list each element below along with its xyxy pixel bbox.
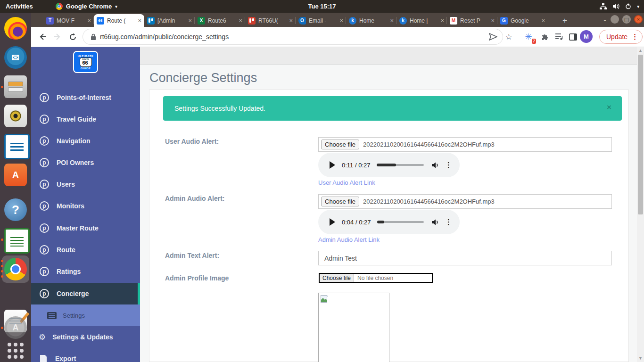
window-maximize-button[interactable]: ▢ [622, 15, 631, 24]
volume-icon[interactable] [612, 3, 619, 9]
tab-close-icon[interactable]: × [390, 17, 394, 24]
dock-rhythmbox-icon[interactable] [4, 105, 27, 127]
audio-seekbar[interactable] [377, 221, 424, 223]
activities-button[interactable]: Activities [6, 3, 33, 10]
admin-audio-file-input[interactable]: Choose file 202202110200161644566416oc2M… [318, 194, 612, 209]
admin-audio-label: Admin Audio Alert: [165, 195, 225, 202]
new-tab-button[interactable]: + [559, 15, 570, 26]
audio-seekbar[interactable] [377, 164, 424, 166]
url-text[interactable]: rt66ug.com/admin/public/concierge_settin… [100, 33, 229, 41]
tab-reset[interactable]: M Reset P × [447, 14, 497, 27]
send-icon[interactable] [487, 31, 499, 42]
dock-thunderbird-icon[interactable]: ✉ [4, 46, 27, 69]
back-button[interactable] [37, 31, 48, 42]
tab-close-icon[interactable]: × [87, 17, 91, 24]
dock-software-icon[interactable]: A [4, 164, 27, 186]
scrollbar-thumb[interactable] [638, 55, 643, 214]
sidebar-item-poi-owners[interactable]: p POI Owners [31, 152, 140, 173]
power-icon[interactable] [625, 3, 631, 9]
scroll-down-icon[interactable]: ▼ [638, 356, 643, 361]
tab-rt66[interactable]: RT66U( × [245, 14, 296, 27]
admin-image-file-input[interactable]: Choose file No file chosen [319, 273, 433, 283]
dock-help-icon[interactable]: ? [4, 198, 27, 221]
sidebar-item-travel-guide[interactable]: p Travel Guide [31, 108, 140, 130]
reload-button[interactable] [67, 31, 78, 42]
tab-home-2[interactable]: k Home | × [396, 14, 447, 27]
tab-route-active[interactable]: 66 Route ( × [94, 14, 144, 27]
dock-archive-icon[interactable] [4, 75, 27, 98]
sidebar-item-settings-updates[interactable]: ⚙ Settings & Updates [31, 326, 140, 348]
dock-chrome-icon[interactable] [4, 258, 27, 280]
play-icon[interactable] [330, 161, 335, 169]
side-panel-icon[interactable] [567, 31, 578, 42]
reading-list-icon[interactable] [553, 31, 565, 42]
address-bar[interactable]: rt66ug.com/admin/public/concierge_settin… [83, 29, 503, 44]
tab-close-icon[interactable]: × [138, 17, 141, 24]
admin-text-label: Admin Text Alert: [165, 252, 219, 259]
scroll-up-icon[interactable]: ▲ [638, 49, 643, 53]
audio-menu-kebab-icon[interactable]: ⋮ [445, 218, 452, 226]
route66-favicon: 66 [97, 17, 104, 25]
audio-menu-kebab-icon[interactable]: ⋮ [445, 161, 452, 169]
route66-logo[interactable]: ULTIMATE ROUTE66 GUIDE [73, 51, 98, 73]
tab-close-icon[interactable]: × [440, 17, 444, 24]
volume-icon[interactable] [431, 162, 439, 169]
profile-avatar[interactable]: M [580, 30, 593, 43]
window-close-button[interactable]: × [634, 15, 643, 24]
sidebar-item-navigation[interactable]: p Navigation [31, 130, 140, 152]
app-menu-label: Google Chrome [66, 3, 112, 10]
sidebar-item-export[interactable]: Export [31, 348, 140, 362]
dock-calc-icon[interactable] [4, 228, 30, 254]
tab-close-icon[interactable]: × [239, 17, 242, 24]
bookmark-star-icon[interactable]: ☆ [503, 31, 514, 42]
extension-snowflake-icon[interactable]: ✳7 [523, 31, 534, 42]
admin-audio-link[interactable]: Admin Audio Alert Link [318, 236, 380, 243]
sidebar-item-master-route[interactable]: p Master Route [31, 217, 140, 239]
dock-indicator-dot [1, 275, 3, 278]
tab-close-icon[interactable]: × [541, 17, 545, 24]
tab-search-chevron-icon[interactable]: ⌄ [603, 16, 607, 23]
caret-down-icon[interactable]: ▾ [637, 4, 639, 9]
sidebar-subitem-settings[interactable]: Settings [31, 304, 140, 326]
volume-icon[interactable] [431, 219, 439, 226]
extensions-puzzle-icon[interactable] [539, 31, 551, 42]
user-audio-link[interactable]: User Audio Alert Link [318, 179, 375, 186]
forward-button[interactable] [52, 31, 63, 42]
user-audio-file-input[interactable]: Choose file 202202110200161644566416oc2M… [318, 137, 612, 152]
choose-file-button[interactable]: Choose file [321, 197, 359, 206]
sidebar-item-monitors[interactable]: p Monitors [31, 195, 140, 217]
tab-home-1[interactable]: k Home × [346, 14, 396, 27]
tab-close-icon[interactable]: × [339, 17, 343, 24]
window-minimize-button[interactable]: – [611, 15, 619, 24]
dock-firefox-icon[interactable] [4, 17, 27, 40]
admin-profile-image-placeholder [318, 293, 389, 362]
sidebar-item-users[interactable]: p Users [31, 173, 140, 195]
tab-close-icon[interactable]: × [289, 17, 293, 24]
app-menu[interactable]: Google Chrome ▾ [56, 3, 117, 10]
choose-file-button[interactable]: Choose file [320, 274, 354, 282]
admin-text-input[interactable]: Admin Test [318, 251, 612, 265]
update-button[interactable]: Update ⋮ [599, 30, 643, 44]
tab-mov[interactable]: T MOV F × [43, 14, 94, 27]
tab-admin[interactable]: [Admin × [144, 14, 195, 27]
page-scrollbar[interactable]: ▲ ▼ [637, 47, 644, 362]
choose-file-button[interactable]: Choose file [321, 140, 359, 149]
browser-menu-kebab-icon[interactable]: ⋮ [631, 33, 638, 41]
dock-app-grid-button[interactable] [4, 343, 27, 362]
tab-close-icon[interactable]: × [188, 17, 192, 24]
alert-close-icon[interactable]: × [607, 103, 611, 112]
tab-google[interactable]: G Google × [497, 14, 548, 27]
network-icon[interactable] [600, 3, 607, 9]
play-icon[interactable] [330, 218, 335, 226]
sidebar-item-concierge[interactable]: p Concierge [31, 283, 140, 304]
dock-writer-icon[interactable] [4, 134, 30, 159]
sidebar-item-points-of-interest[interactable]: p Points-of-Interest [31, 87, 140, 108]
sidebar-item-route[interactable]: p Route [31, 239, 140, 261]
tab-route6-excel[interactable]: X Route6 × [195, 14, 245, 27]
user-audio-player: 0:11 / 0:27 ⋮ [318, 153, 460, 177]
dock-updater-icon[interactable]: A [4, 316, 27, 339]
tab-close-icon[interactable]: × [491, 17, 495, 24]
clock[interactable]: Tue 15:17 [308, 3, 336, 10]
tab-email[interactable]: O Email - × [296, 14, 346, 27]
sidebar-item-ratings[interactable]: p Ratings [31, 261, 140, 282]
